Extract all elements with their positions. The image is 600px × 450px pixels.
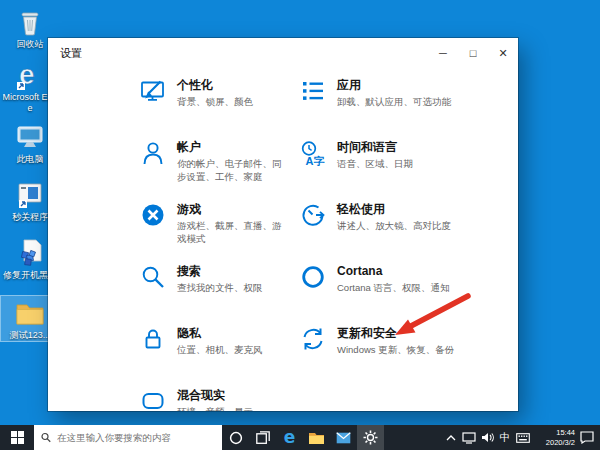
- settings-taskbar-button[interactable]: [357, 425, 384, 450]
- touch-keyboard-button[interactable]: [514, 425, 532, 450]
- keyboard-icon: [516, 433, 530, 443]
- task-view-button[interactable]: [249, 425, 276, 450]
- gaming-xbox-icon: [140, 202, 166, 228]
- category-title: 更新和安全: [337, 326, 464, 341]
- category-subtitle: 环境、音频、显示: [177, 405, 263, 411]
- close-button[interactable]: ✕: [488, 38, 518, 68]
- network-ethernet-icon: [462, 432, 476, 444]
- recycle-bin-icon: [1, 5, 59, 39]
- accounts-icon: [140, 140, 166, 166]
- file-explorer-icon: [308, 431, 325, 445]
- system-tray: 中 15:44 2020/3/2: [442, 425, 600, 450]
- category-subtitle: Windows 更新、恢复、备份: [337, 343, 464, 356]
- settings-category-time-language[interactable]: A字 时间和语言 语音、区域、日期: [300, 140, 518, 202]
- ease-of-access-icon: [300, 202, 326, 228]
- settings-category-personalization[interactable]: 个性化 背景、锁屏、颜色: [140, 78, 300, 140]
- cortana-icon: [300, 264, 326, 290]
- mixed-reality-icon: [140, 388, 166, 411]
- ime-mode-label: 中: [500, 431, 511, 445]
- settings-category-accounts[interactable]: 帐户 你的帐户、电子邮件、同步设置、工作、家庭: [140, 140, 300, 202]
- personalization-icon: [140, 78, 166, 104]
- windows-logo-icon: [11, 431, 24, 444]
- privacy-lock-icon: [140, 326, 166, 352]
- settings-category-gaming[interactable]: 游戏 游戏栏、截屏、直播、游戏模式: [140, 202, 300, 264]
- category-title: 应用: [337, 78, 461, 93]
- settings-category-grid: 个性化 背景、锁屏、颜色 应用 卸载、默认应用、可选功能: [48, 78, 518, 411]
- category-title: Cortana: [337, 264, 459, 279]
- category-title: 帐户: [177, 140, 300, 155]
- cortana-ring-icon: [229, 431, 243, 445]
- window-title: 设置: [48, 46, 428, 61]
- speaker-icon: [481, 432, 494, 443]
- task-view-icon: [256, 431, 270, 444]
- category-title: 个性化: [177, 78, 263, 93]
- category-title: 轻松使用: [337, 202, 461, 217]
- action-center-icon: [580, 431, 594, 444]
- mail-button[interactable]: [330, 425, 357, 450]
- category-title: 时间和语言: [337, 140, 423, 155]
- category-title: 游戏: [177, 202, 300, 217]
- category-subtitle: 游戏栏、截屏、直播、游戏模式: [177, 219, 300, 246]
- cortana-taskbar-button[interactable]: [222, 425, 249, 450]
- edge-icon: e: [284, 429, 296, 446]
- minimize-button[interactable]: ─: [428, 38, 458, 68]
- file-explorer-button[interactable]: [303, 425, 330, 450]
- svg-text:A字: A字: [306, 155, 325, 167]
- network-tray-button[interactable]: [460, 425, 478, 450]
- gear-icon: [363, 430, 378, 445]
- category-subtitle: 卸载、默认应用、可选功能: [337, 95, 461, 108]
- ime-indicator-button[interactable]: 中: [496, 425, 514, 450]
- settings-category-search[interactable]: 搜索 查找我的文件、权限: [140, 264, 300, 326]
- taskbar-search[interactable]: [34, 425, 222, 450]
- settings-category-update-security[interactable]: 更新和安全 Windows 更新、恢复、备份: [300, 326, 518, 388]
- settings-category-cortana[interactable]: Cortana Cortana 语言、权限、通知: [300, 264, 518, 326]
- settings-category-apps[interactable]: 应用 卸载、默认应用、可选功能: [300, 78, 518, 140]
- category-subtitle: Cortana 语言、权限、通知: [337, 281, 459, 294]
- category-title: 隐私: [177, 326, 273, 341]
- category-subtitle: 你的帐户、电子邮件、同步设置、工作、家庭: [177, 157, 300, 184]
- maximize-button[interactable]: □: [458, 38, 488, 68]
- action-center-button[interactable]: [578, 425, 596, 450]
- settings-category-mixed-reality[interactable]: 混合现实 环境、音频、显示: [140, 388, 300, 411]
- clock-date: 2020/3/2: [532, 438, 575, 448]
- start-button[interactable]: [0, 425, 34, 450]
- tray-chevron-button[interactable]: [442, 425, 460, 450]
- category-subtitle: 位置、相机、麦克风: [177, 343, 273, 356]
- category-subtitle: 讲述人、放大镜、高对比度: [337, 219, 461, 232]
- settings-category-privacy[interactable]: 隐私 位置、相机、麦克风: [140, 326, 300, 388]
- update-security-icon: [300, 326, 326, 352]
- clock-time: 15:44: [532, 428, 575, 438]
- category-title: 搜索: [177, 264, 273, 279]
- search-category-icon: [140, 264, 166, 290]
- volume-tray-button[interactable]: [478, 425, 496, 450]
- mail-icon: [336, 432, 351, 444]
- taskbar: e: [0, 425, 600, 450]
- category-subtitle: 查找我的文件、权限: [177, 281, 273, 294]
- category-subtitle: 语音、区域、日期: [337, 157, 423, 170]
- desktop: 回收站 e Microsoft Edge 此电脑: [0, 0, 600, 450]
- titlebar[interactable]: 设置 ─ □ ✕: [48, 38, 518, 68]
- category-title: 混合现实: [177, 388, 263, 403]
- clock[interactable]: 15:44 2020/3/2: [532, 428, 578, 448]
- settings-window: 设置 ─ □ ✕ 个性化 背景、锁屏、颜色: [48, 38, 518, 411]
- settings-category-ease-of-access[interactable]: 轻松使用 讲述人、放大镜、高对比度: [300, 202, 518, 264]
- apps-icon: [300, 78, 326, 104]
- search-input[interactable]: [57, 432, 215, 443]
- time-language-icon: A字: [300, 140, 326, 166]
- category-subtitle: 背景、锁屏、颜色: [177, 95, 263, 108]
- edge-taskbar-button[interactable]: e: [276, 425, 303, 450]
- search-icon: [41, 432, 51, 443]
- chevron-up-icon: [446, 435, 456, 441]
